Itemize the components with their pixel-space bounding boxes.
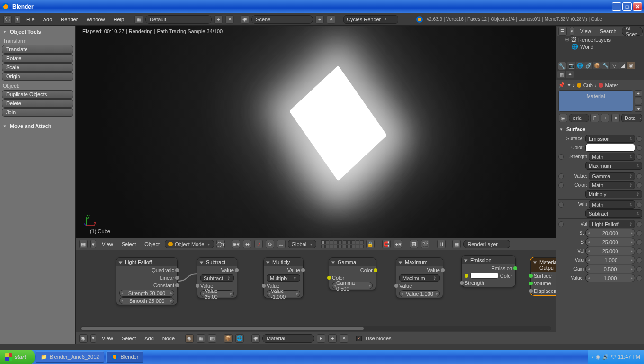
math-op-subtract[interactable]: Subtract bbox=[585, 209, 642, 218]
fake-user-f[interactable]: F bbox=[590, 114, 599, 122]
move-attach-header[interactable]: Move and Attach bbox=[2, 122, 73, 130]
close-button[interactable]: ✕ bbox=[633, 2, 642, 11]
layout-dropdown[interactable]: Default bbox=[145, 15, 212, 24]
material-browse-icon[interactable]: ◉ bbox=[251, 334, 260, 343]
select-menu[interactable]: Select bbox=[118, 335, 140, 342]
collapse-menus-icon[interactable]: ▾ bbox=[15, 15, 20, 24]
node-link-dot[interactable] bbox=[636, 154, 642, 160]
menu-help[interactable]: Help bbox=[110, 16, 128, 23]
origin-button[interactable]: Origin bbox=[2, 72, 73, 81]
snap-icon[interactable]: 🧲 bbox=[382, 240, 391, 248]
node-emission[interactable]: Emission Emission Color Strength bbox=[461, 255, 516, 287]
node-maximum[interactable]: Maximum Value Maximum Value Value 1.000 bbox=[396, 257, 443, 298]
tab-scene[interactable]: 🌐 bbox=[576, 62, 584, 69]
delete-button[interactable]: Delete bbox=[2, 99, 73, 108]
math-op-multiply[interactable]: Multiply bbox=[585, 190, 642, 198]
scene-add-button[interactable]: + bbox=[315, 15, 324, 24]
value-slider[interactable]: Value 1.000 bbox=[399, 290, 440, 297]
compositing-type-icon[interactable]: ▦ bbox=[197, 334, 205, 343]
tray-icon-2[interactable]: 🔊 bbox=[602, 354, 609, 360]
collapse-icon[interactable]: ▾ bbox=[90, 240, 96, 248]
scene-browse-icon[interactable]: ◉ bbox=[241, 15, 249, 24]
object-menu[interactable]: Object bbox=[141, 240, 163, 248]
rotate-manip-icon[interactable]: ⟳ bbox=[266, 240, 274, 248]
val-number[interactable]: 25.000 bbox=[585, 247, 635, 255]
strength-number[interactable]: 20.000 bbox=[585, 229, 635, 237]
node-link-dot[interactable] bbox=[636, 136, 642, 142]
slot-menu-button[interactable]: ▾ bbox=[635, 105, 642, 112]
mode-dropdown[interactable]: Object Mode bbox=[165, 240, 214, 248]
outliner-item-world[interactable]: 🌐World bbox=[557, 43, 643, 50]
translate-button[interactable]: Translate bbox=[2, 45, 73, 54]
gamma-slider[interactable]: Gamma 0.500 bbox=[332, 282, 373, 289]
mat-add[interactable]: + bbox=[601, 114, 609, 122]
tab-data[interactable]: ◢ bbox=[618, 62, 626, 69]
pin-icon[interactable]: 📌 bbox=[558, 82, 565, 88]
node-subtract[interactable]: Subtract Value Subtract Value Value 25.0… bbox=[197, 257, 237, 298]
object-shader-icon[interactable]: 📦 bbox=[224, 334, 233, 343]
orientation-dropdown[interactable]: Global bbox=[288, 240, 316, 248]
pause-icon[interactable]: ⏸ bbox=[437, 240, 446, 248]
ol-view[interactable]: View bbox=[577, 27, 595, 35]
outliner-item-renderlayers[interactable]: ⊕🖼RenderLayers bbox=[557, 36, 643, 43]
tray-clock[interactable]: 11:47 PM bbox=[618, 354, 640, 360]
mat-name-field[interactable]: erial bbox=[569, 114, 589, 122]
mat-add-button[interactable]: + bbox=[328, 334, 337, 343]
menu-window[interactable]: Window bbox=[83, 16, 108, 23]
ol-search[interactable]: Search bbox=[597, 27, 620, 35]
tray-icon-3[interactable]: 🛡 bbox=[611, 354, 616, 360]
tab-object[interactable]: 📦 bbox=[593, 62, 601, 69]
node-editor[interactable]: Light Falloff Quadratic Linear Constant … bbox=[76, 250, 556, 332]
material-slot[interactable]: Material bbox=[558, 90, 633, 112]
layout-browse-icon[interactable]: ▦ bbox=[134, 15, 143, 24]
render-image-icon[interactable]: 🖼 bbox=[410, 240, 418, 248]
menu-add[interactable]: Add bbox=[40, 16, 56, 23]
snap-type-icon[interactable]: ⊞▾ bbox=[394, 240, 402, 248]
layout-delete-button[interactable]: ✕ bbox=[225, 15, 234, 24]
op-select[interactable]: Subtract bbox=[200, 274, 234, 282]
value-slider[interactable]: Value -1.000 bbox=[267, 290, 300, 297]
menu-file[interactable]: File bbox=[23, 16, 38, 23]
tray-chevron-icon[interactable]: ‹ bbox=[592, 354, 594, 360]
link-dropdown[interactable]: Data bbox=[621, 114, 642, 122]
editor-type-3d-icon[interactable]: ▦ bbox=[79, 240, 88, 248]
editor-type-icon[interactable]: ⓘ bbox=[3, 15, 12, 24]
tab-material[interactable]: ◉ bbox=[627, 62, 635, 69]
strength-slider[interactable]: Strength 20.000 bbox=[119, 290, 174, 297]
system-tray[interactable]: ‹ ◉ 🔊 🛡 11:47 PM bbox=[588, 350, 644, 364]
translate-manip-icon[interactable]: ↗ bbox=[254, 240, 263, 248]
layer-buttons[interactable] bbox=[321, 240, 364, 248]
node-link-dot[interactable] bbox=[636, 145, 642, 151]
valu-number[interactable]: -1.000 bbox=[585, 256, 635, 264]
mat-delete-button[interactable]: ✕ bbox=[340, 334, 348, 343]
start-button[interactable]: start bbox=[0, 350, 35, 364]
render-anim-icon[interactable]: 🎬 bbox=[421, 240, 429, 248]
scale-manip-icon[interactable]: ▱ bbox=[277, 240, 286, 248]
pivot-dropdown[interactable]: ⊕▾ bbox=[232, 240, 240, 248]
gamma-number[interactable]: 0.500 bbox=[585, 265, 635, 273]
object-tools-header[interactable]: Object Tools bbox=[2, 27, 73, 36]
manipulator-toggle[interactable]: ⬌ bbox=[243, 240, 251, 248]
collapse-icon[interactable]: ▾ bbox=[570, 27, 574, 36]
maximize-button[interactable]: □ bbox=[622, 2, 632, 11]
color-field[interactable] bbox=[585, 144, 635, 152]
tab-world[interactable]: 🔗 bbox=[584, 62, 592, 69]
node-material-output[interactable]: Material Outpu Surface Volume Displaceme… bbox=[530, 257, 556, 295]
layout-add-button[interactable]: + bbox=[214, 15, 223, 24]
mat-browse-icon[interactable]: ◉ bbox=[559, 114, 567, 122]
tab-render[interactable]: 📷 bbox=[567, 62, 575, 69]
scene-delete-button[interactable]: ✕ bbox=[327, 15, 335, 24]
color-swatch[interactable] bbox=[470, 273, 498, 279]
select-menu[interactable]: Select bbox=[118, 240, 140, 248]
surface-shader-select[interactable]: Emission bbox=[585, 135, 635, 143]
tab-modifiers[interactable]: ▽ bbox=[610, 62, 618, 69]
join-button[interactable]: Join bbox=[2, 108, 73, 117]
op-select[interactable]: Multiply bbox=[267, 274, 300, 282]
scale-button[interactable]: Scale bbox=[2, 63, 73, 72]
view-menu[interactable]: View bbox=[98, 335, 116, 342]
use-nodes-checkbox[interactable]: ✓ bbox=[356, 336, 362, 341]
texture-type-icon[interactable]: ▨ bbox=[208, 334, 216, 343]
smooth-slider[interactable]: Smooth 25.000 bbox=[119, 297, 174, 304]
editor-type-node-icon[interactable]: ◉ bbox=[79, 334, 88, 343]
shader-type-icon[interactable]: ◉ bbox=[185, 334, 194, 343]
